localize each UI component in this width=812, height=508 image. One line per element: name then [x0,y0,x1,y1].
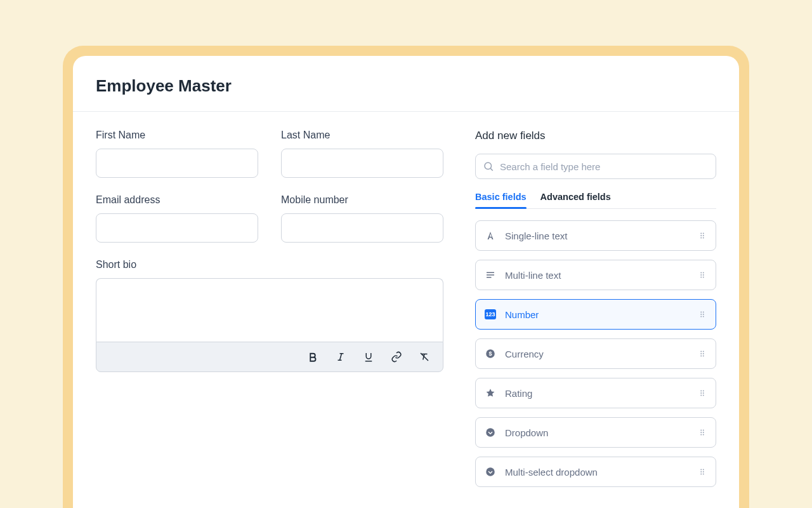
drag-handle-icon[interactable] [698,310,707,319]
svg-point-22 [700,312,702,313]
field-item-label: Number [505,309,689,320]
chevcirc-icon [485,466,496,478]
field-item-single-line-text[interactable]: Single-line text [475,220,716,251]
svg-point-16 [700,272,702,274]
svg-point-24 [700,314,702,315]
tab-advanced-fields[interactable]: Advanced fields [540,192,611,208]
field-item-rating[interactable]: Rating [475,378,716,408]
svg-line-2 [340,354,342,361]
field-tabs: Basic fields Advanced fields [475,192,716,209]
123-icon: 123 [485,309,496,320]
svg-point-44 [703,430,704,431]
email-label: Email address [96,194,258,206]
svg-point-55 [703,474,704,475]
first-name-input[interactable] [96,149,258,178]
last-name-label: Last Name [281,130,443,141]
svg-point-12 [703,237,704,239]
svg-point-7 [700,233,702,234]
svg-point-19 [703,274,704,276]
field-item-label: Multi-select dropdown [505,467,689,478]
text-a-icon [485,230,496,241]
field-item-label: Rating [505,388,689,399]
svg-point-18 [700,274,702,276]
field-item-dropdown[interactable]: Dropdown [475,417,716,448]
last-name-input[interactable] [281,149,443,178]
svg-point-30 [700,351,702,352]
svg-point-33 [703,353,704,354]
svg-point-21 [703,277,704,278]
svg-point-26 [700,316,702,318]
italic-button[interactable] [334,350,348,364]
search-icon [483,161,494,172]
drag-handle-icon[interactable] [698,389,707,398]
mobile-label: Mobile number [281,194,443,206]
svg-point-38 [700,392,702,394]
drag-handle-icon[interactable] [698,231,707,240]
svg-point-51 [703,469,704,471]
svg-point-25 [703,314,704,315]
svg-point-46 [703,432,704,433]
svg-point-40 [700,395,702,396]
field-item-multi-line-text[interactable]: Multi-line text [475,260,716,290]
svg-text:$: $ [488,351,492,357]
svg-point-11 [700,237,702,239]
field-palette: Add new fields Basic fields Advanced fie… [466,112,739,508]
svg-point-8 [703,233,704,234]
svg-point-49 [486,467,495,476]
email-input[interactable] [96,213,258,243]
svg-point-9 [700,235,702,236]
field-item-number[interactable]: 123Number [475,299,716,330]
form-builder-window: Employee Master First Name Last Name [73,56,739,508]
svg-point-35 [703,356,704,357]
drag-handle-icon[interactable] [698,428,707,437]
mobile-input[interactable] [281,213,443,243]
svg-point-42 [486,428,495,437]
svg-point-47 [700,434,702,436]
field-item-label: Single-line text [505,231,689,241]
svg-point-27 [703,316,704,318]
chevcirc-icon [485,427,496,438]
field-item-label: Currency [505,349,689,359]
link-button[interactable] [390,350,403,364]
field-list: Single-line textMulti-line text123Number… [475,220,716,487]
tab-basic-fields[interactable]: Basic fields [475,192,527,208]
bio-label: Short bio [96,259,443,271]
svg-point-54 [700,474,702,475]
drag-handle-icon[interactable] [698,467,707,476]
search-input[interactable] [475,154,716,179]
svg-point-39 [703,392,704,394]
first-name-label: First Name [96,130,258,141]
svg-point-23 [703,312,704,313]
field-item-label: Multi-line text [505,270,689,281]
svg-point-36 [700,391,702,392]
svg-point-48 [703,434,704,436]
field-item-label: Dropdown [505,427,689,438]
bio-textarea[interactable] [96,278,443,342]
clear-format-button[interactable] [417,350,431,364]
svg-point-34 [700,356,702,357]
bold-button[interactable] [306,350,320,364]
star-icon [485,387,496,399]
svg-point-32 [700,353,702,354]
currency-icon: $ [485,348,496,359]
page-title: Employee Master [96,76,716,96]
svg-point-43 [700,430,702,431]
svg-point-41 [703,395,704,396]
svg-line-6 [490,168,492,170]
svg-point-52 [700,471,702,472]
form-canvas: First Name Last Name Email address [73,112,466,508]
underline-button[interactable] [362,350,376,364]
svg-point-20 [700,277,702,278]
svg-point-5 [485,163,492,170]
field-item-currency[interactable]: $Currency [475,338,716,369]
field-item-multi-select-dropdown[interactable]: Multi-select dropdown [475,457,716,487]
drag-handle-icon[interactable] [698,349,707,358]
svg-point-37 [703,391,704,392]
svg-point-50 [700,469,702,471]
svg-point-17 [703,272,704,274]
svg-point-53 [703,471,704,472]
drag-handle-icon[interactable] [698,271,707,279]
rte-toolbar [96,342,443,372]
svg-point-45 [700,432,702,433]
svg-point-10 [703,235,704,236]
